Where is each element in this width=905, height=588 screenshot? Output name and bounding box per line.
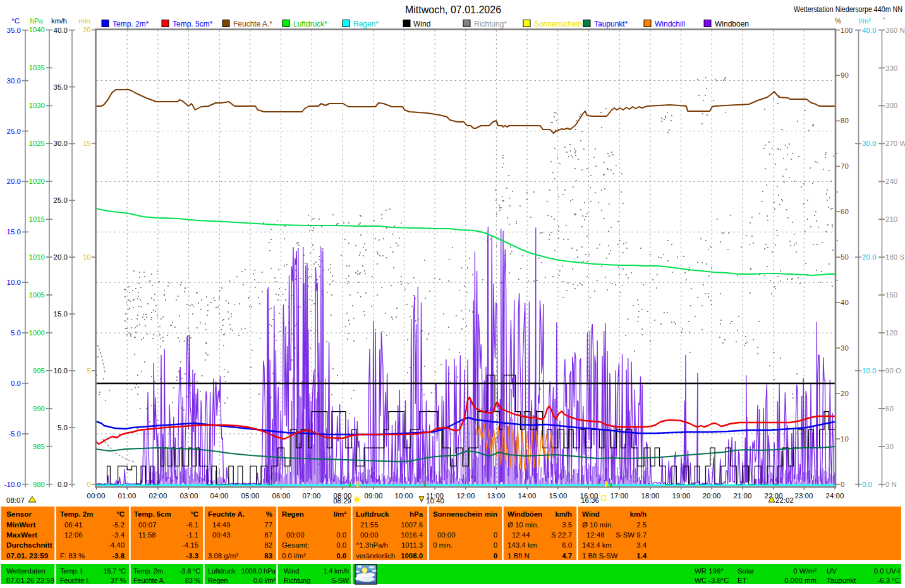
svg-text:83 %: 83 % (185, 577, 201, 584)
svg-text:25.0: 25.0 (7, 128, 21, 135)
svg-text:-3.3: -3.3 (186, 552, 198, 560)
svg-text:143.4 km: 143.4 km (582, 541, 612, 549)
svg-text:06:00: 06:00 (272, 492, 291, 500)
svg-text:30.0: 30.0 (7, 77, 21, 85)
svg-text:^1.3hPa/h: ^1.3hPa/h (356, 541, 388, 549)
svg-text:0 W/m²: 0 W/m² (793, 567, 817, 575)
svg-text:1020: 1020 (28, 177, 45, 185)
svg-text:00:43: 00:43 (212, 531, 231, 539)
svg-text:240: 240 (885, 177, 897, 185)
svg-text:Wind: Wind (582, 510, 600, 518)
svg-text:22:02: 22:02 (775, 496, 794, 504)
svg-text:3.4: 3.4 (636, 541, 647, 549)
svg-text:-3.4: -3.4 (112, 531, 125, 539)
svg-text:00:00: 00:00 (360, 531, 379, 539)
svg-text:1040: 1040 (28, 26, 45, 33)
svg-text:Temp. 5cm: Temp. 5cm (134, 510, 171, 518)
svg-text:5.0: 5.0 (58, 424, 68, 431)
svg-text:min: min (485, 510, 497, 518)
svg-text:11:58: 11:58 (138, 531, 156, 539)
svg-text:-1.1: -1.1 (186, 531, 198, 539)
svg-text:hPa: hPa (30, 17, 44, 25)
svg-text:3.08 g/m³: 3.08 g/m³ (208, 552, 238, 560)
svg-text:Sonnenschein: Sonnenschein (534, 20, 582, 28)
svg-text:15.0: 15.0 (7, 228, 21, 236)
svg-text:985: 985 (33, 443, 45, 450)
svg-text:F: 83 %: F: 83 % (60, 552, 85, 560)
svg-text:150: 150 (885, 291, 897, 299)
svg-text:00:00: 00:00 (87, 492, 106, 500)
svg-text:12:44: 12:44 (512, 531, 530, 539)
svg-text:%: % (266, 510, 272, 518)
svg-text:Windböen: Windböen (715, 20, 749, 28)
svg-text:37 %: 37 % (111, 577, 126, 584)
svg-text:07.01.26 23:59: 07.01.26 23:59 (6, 577, 54, 584)
svg-text:0.0: 0.0 (336, 552, 346, 560)
svg-text:1.4 km/h: 1.4 km/h (323, 567, 349, 575)
svg-text:995: 995 (33, 367, 45, 375)
svg-text:Temp. I.: Temp. I. (60, 567, 84, 575)
svg-text:Taupunkt*: Taupunkt* (594, 20, 628, 28)
svg-text:05:00: 05:00 (241, 492, 260, 500)
svg-text:70: 70 (841, 162, 849, 170)
svg-text:0.0 l/m²: 0.0 l/m² (253, 577, 276, 584)
svg-text:50: 50 (841, 253, 849, 261)
svg-text:ET: ET (738, 577, 747, 584)
svg-text:Temp. 2m*: Temp. 2m* (112, 20, 149, 28)
svg-text:km/h: km/h (51, 17, 67, 25)
svg-text:20: 20 (841, 390, 849, 397)
svg-text:km/h: km/h (555, 510, 572, 518)
svg-text:40.0: 40.0 (862, 27, 876, 34)
svg-text:13:00: 13:00 (487, 492, 506, 500)
svg-text:15.0: 15.0 (54, 310, 68, 318)
svg-text:WC -3.8°C: WC -3.8°C (695, 577, 729, 584)
svg-text:1035: 1035 (28, 64, 45, 71)
svg-text:360 N: 360 N (885, 27, 905, 34)
svg-text:09:00: 09:00 (365, 492, 383, 500)
svg-text:Mittwoch, 07.01.2026: Mittwoch, 07.01.2026 (405, 4, 501, 15)
svg-text:60: 60 (841, 208, 849, 215)
svg-text:14:00: 14:00 (518, 492, 537, 500)
svg-text:143.4 km: 143.4 km (507, 541, 537, 549)
svg-text:°C: °C (116, 510, 125, 518)
svg-text:Wind: Wind (413, 20, 430, 28)
svg-text:40: 40 (841, 299, 849, 306)
svg-text:1000: 1000 (28, 329, 45, 337)
svg-text:20: 20 (83, 26, 91, 33)
svg-text:0.0 UV-I: 0.0 UV-I (874, 567, 900, 575)
svg-text:Feuchte I.: Feuchte I. (60, 577, 90, 584)
svg-text:03:00: 03:00 (180, 492, 198, 500)
svg-text:1007.6: 1007.6 (401, 521, 423, 529)
svg-text:Luftdruck: Luftdruck (356, 510, 389, 518)
svg-text:Solar: Solar (738, 567, 755, 575)
svg-text:07:00: 07:00 (303, 492, 321, 500)
svg-text:25.0: 25.0 (54, 196, 68, 204)
svg-text:20.0: 20.0 (862, 253, 876, 261)
svg-text:0.0: 0.0 (336, 531, 346, 539)
svg-text:UV: UV (827, 567, 837, 575)
svg-text:270 W: 270 W (885, 140, 905, 147)
svg-text:hPa: hPa (410, 510, 423, 518)
svg-text:1.4: 1.4 (636, 552, 647, 560)
svg-text:Regen: Regen (282, 510, 304, 518)
svg-text:Windböen: Windböen (507, 510, 542, 518)
svg-text:km/h: km/h (629, 510, 647, 518)
svg-text:l/m²: l/m² (334, 510, 346, 518)
svg-text:90: 90 (841, 71, 849, 79)
svg-text:0: 0 (87, 481, 91, 488)
svg-text:1015: 1015 (28, 215, 45, 223)
svg-text:Sonnenschein: Sonnenschein (433, 510, 482, 518)
svg-text:3.5: 3.5 (562, 521, 572, 529)
svg-text:10.0: 10.0 (54, 367, 68, 375)
svg-text:83: 83 (264, 552, 272, 560)
svg-text:15:00: 15:00 (549, 492, 568, 500)
svg-text:S 22.7: S 22.7 (551, 531, 572, 539)
svg-text:S-SW 9.7: S-SW 9.7 (616, 531, 647, 539)
svg-text:300: 300 (885, 102, 897, 109)
svg-text:-5.2: -5.2 (112, 521, 125, 529)
svg-text:Feuchte A.: Feuchte A. (208, 510, 245, 518)
svg-text:-6.3 °C: -6.3 °C (877, 577, 900, 584)
svg-text:87: 87 (264, 531, 272, 539)
svg-text:30.0: 30.0 (862, 140, 876, 147)
svg-text:1 Bft S-SW: 1 Bft S-SW (582, 552, 618, 560)
